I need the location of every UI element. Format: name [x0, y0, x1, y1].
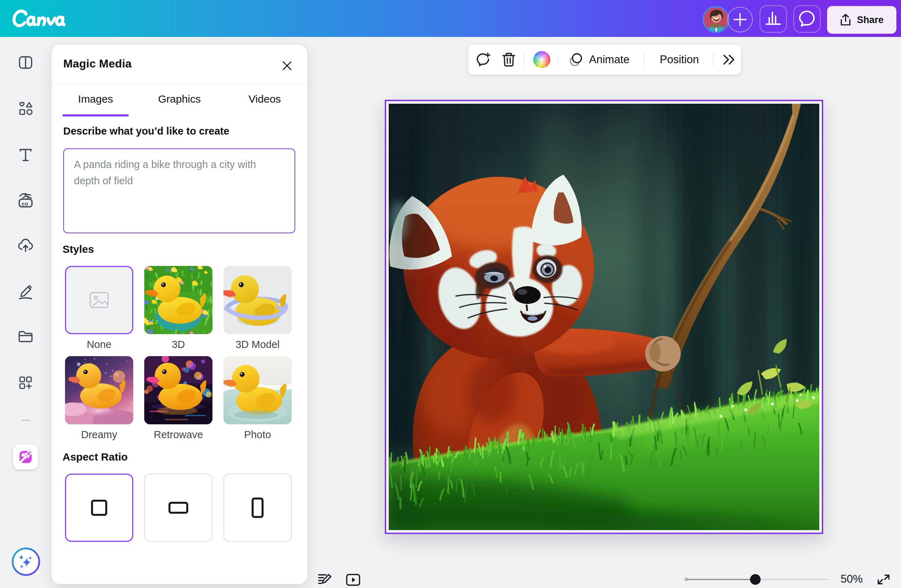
- svg-text:co: co: [22, 201, 28, 207]
